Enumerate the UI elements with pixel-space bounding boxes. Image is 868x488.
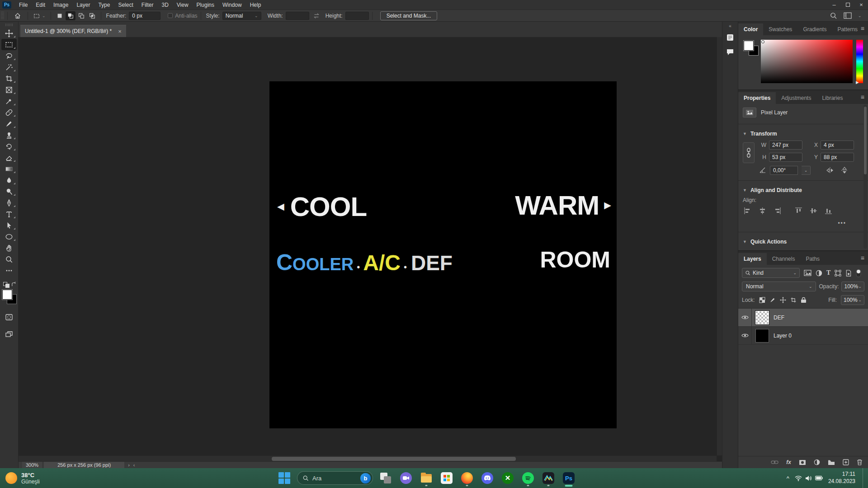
filter-adjustment-layers-icon[interactable] <box>816 270 822 277</box>
filter-toggle-switch[interactable] <box>856 269 861 277</box>
options-bar-grip[interactable] <box>1 12 4 20</box>
tab-gradients[interactable]: Gradients <box>797 23 832 35</box>
width-input[interactable] <box>286 12 309 20</box>
flip-vertical-icon[interactable] <box>840 167 849 174</box>
layer-name[interactable]: DEF <box>774 314 784 321</box>
tab-channels[interactable]: Channels <box>767 253 801 265</box>
menu-window[interactable]: Window <box>218 0 246 10</box>
tab-libraries[interactable]: Libraries <box>816 92 848 104</box>
eyedropper-tool[interactable] <box>1 95 17 107</box>
history-panel-icon[interactable] <box>725 32 736 43</box>
filter-shape-layers-icon[interactable] <box>835 270 841 277</box>
properties-scrollbar[interactable] <box>863 105 867 249</box>
layer-thumbnail[interactable] <box>755 311 769 324</box>
opacity-input[interactable]: 100% ⌄ <box>841 282 864 291</box>
align-vertical-center-icon[interactable] <box>810 207 817 215</box>
start-button[interactable] <box>277 469 292 487</box>
filter-type-layers-icon[interactable]: T <box>826 269 830 277</box>
taskbar-app-xbox[interactable]: ✕ <box>500 469 515 487</box>
clone-stamp-tool[interactable] <box>1 129 17 141</box>
taskbar-search[interactable]: Ara b <box>297 471 373 485</box>
y-value-input[interactable]: 88 px <box>821 153 854 162</box>
weather-widget[interactable]: 38°C Güneşli <box>0 472 86 485</box>
zoom-tool[interactable] <box>1 253 17 265</box>
status-next-icon[interactable]: › <box>128 462 130 468</box>
select-and-mask-button[interactable]: Select and Mask... <box>380 11 438 20</box>
tab-properties[interactable]: Properties <box>738 92 776 104</box>
chevron-down-icon[interactable]: ⌄ <box>858 13 862 18</box>
taskbar-app-firefox[interactable] <box>459 469 475 487</box>
taskbar-app-microsoft-store[interactable] <box>439 469 454 487</box>
canvas-viewport[interactable]: ◄ COOL WARM ► COOLER • A/C • DEF ROOM <box>19 37 722 455</box>
layer-style-icon[interactable]: fx <box>786 459 791 465</box>
color-cursor[interactable] <box>761 40 764 43</box>
anti-alias-checkbox[interactable]: Anti-alias <box>168 13 197 19</box>
filter-smart-objects-icon[interactable] <box>845 270 852 277</box>
object-selection-tool[interactable] <box>1 61 17 73</box>
lock-all-icon[interactable] <box>801 297 807 303</box>
taskbar-app-discord[interactable] <box>480 469 495 487</box>
close-tab-icon[interactable]: × <box>118 28 122 35</box>
document-tab[interactable]: Untitled-1 @ 300% (DEF, RGB/8#) * × <box>20 25 126 37</box>
taskbar-app-spotify[interactable] <box>520 469 536 487</box>
menu-edit[interactable]: Edit <box>32 0 49 10</box>
vertical-scrollbar[interactable] <box>717 37 722 455</box>
add-to-selection-mode-button[interactable] <box>66 11 75 20</box>
search-icon[interactable] <box>830 12 837 19</box>
style-dropdown[interactable]: Normal ⌄ <box>222 12 261 20</box>
gradient-tool[interactable] <box>1 163 17 174</box>
align-left-icon[interactable] <box>744 207 751 215</box>
tab-color[interactable]: Color <box>738 23 763 35</box>
flip-horizontal-icon[interactable] <box>826 167 834 174</box>
foreground-background-swatches[interactable] <box>1 290 17 305</box>
eraser-tool[interactable] <box>1 152 17 163</box>
tab-adjustments[interactable]: Adjustments <box>776 92 816 104</box>
status-prev-icon[interactable]: ‹ <box>133 462 135 468</box>
new-layer-icon[interactable] <box>843 459 849 465</box>
x-value-input[interactable]: 4 px <box>821 141 854 150</box>
subtract-selection-mode-button[interactable] <box>76 11 86 20</box>
history-brush-tool[interactable] <box>1 141 17 152</box>
system-tray[interactable] <box>795 475 823 481</box>
height-input[interactable] <box>345 12 369 20</box>
lock-transparent-pixels-icon[interactable] <box>759 297 765 303</box>
default-colors-widget[interactable] <box>1 281 17 288</box>
lock-position-icon[interactable] <box>780 297 786 303</box>
dodge-tool[interactable] <box>1 186 17 197</box>
lock-artboard-icon[interactable] <box>790 297 797 303</box>
transform-section-header[interactable]: ▼ Transform <box>738 127 868 140</box>
hidden-icons-chevron[interactable]: ^ <box>787 475 789 482</box>
align-more-options[interactable]: ••• <box>738 216 868 229</box>
menu-type[interactable]: Type <box>94 0 114 10</box>
taskbar-app-photoshop[interactable]: Ps <box>561 469 576 487</box>
hand-tool[interactable] <box>1 242 17 253</box>
menu-plugins[interactable]: Plugins <box>193 0 218 10</box>
comments-panel-icon[interactable] <box>725 47 736 57</box>
filter-kind-dropdown[interactable]: Kind ⌄ <box>742 268 800 278</box>
menu-file[interactable]: File <box>15 0 32 10</box>
close-button[interactable]: × <box>854 0 868 10</box>
swap-colors-icon[interactable] <box>11 281 17 287</box>
maximize-button[interactable] <box>841 0 854 10</box>
taskbar-app-task-view[interactable] <box>378 469 393 487</box>
hue-slider-arrow[interactable]: ► <box>855 80 860 85</box>
zoom-level-field[interactable]: 300% <box>22 462 42 468</box>
lock-image-pixels-icon[interactable] <box>769 297 776 303</box>
layer-row-def[interactable]: DEF <box>738 309 868 327</box>
align-section-header[interactable]: ▼ Align and Distribute <box>738 183 868 196</box>
width-value-input[interactable]: 247 px <box>769 141 802 150</box>
swap-dimensions-icon[interactable] <box>313 13 320 19</box>
layer-visibility-toggle[interactable] <box>738 309 752 326</box>
tab-layers[interactable]: Layers <box>738 253 767 265</box>
layer-visibility-toggle[interactable] <box>738 327 752 344</box>
link-dimensions-button[interactable] <box>743 142 755 163</box>
align-horizontal-center-icon[interactable] <box>759 207 766 215</box>
angle-dropdown-icon[interactable]: ⌄ <box>802 166 811 175</box>
quick-actions-header[interactable]: ▼ Quick Actions <box>738 235 868 250</box>
intersect-selection-mode-button[interactable] <box>87 11 97 20</box>
pen-tool[interactable] <box>1 197 17 208</box>
screen-mode-button[interactable] <box>1 329 17 340</box>
quick-mask-button[interactable] <box>1 311 17 323</box>
panel-menu-icon[interactable]: ≡ <box>861 255 864 261</box>
tab-paths[interactable]: Paths <box>800 253 825 265</box>
